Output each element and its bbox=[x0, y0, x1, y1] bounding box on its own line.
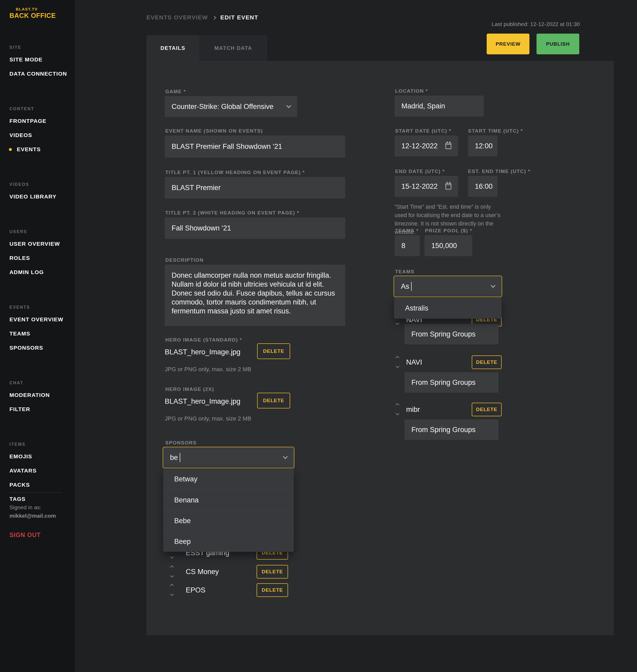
sidebar-section-content: CONTENT FRONTPAGE VIDEOS EVENTS bbox=[10, 107, 75, 157]
sidebar-section-users: USERS USER OVERVIEW ROLES ADMIN LOG bbox=[10, 229, 75, 279]
sidebar-item-user-overview[interactable]: USER OVERVIEW bbox=[10, 237, 75, 251]
start-date-value: 12-12-2022 bbox=[401, 142, 438, 150]
prize-pool-label: PRIZE POOL ($) * bbox=[425, 228, 472, 234]
start-time-value: 12:00 bbox=[475, 142, 493, 150]
description-textarea[interactable]: Donec ullamcorper nulla non metus auctor… bbox=[165, 265, 345, 326]
move-down-icon[interactable] bbox=[170, 555, 174, 559]
sidebar-item-video-library[interactable]: VIDEO LIBRARY bbox=[10, 190, 75, 204]
sidebar-item-frontpage[interactable]: FRONTPAGE bbox=[10, 114, 75, 128]
move-up-icon[interactable] bbox=[396, 403, 399, 407]
hero-standard-delete-button[interactable]: DELETE bbox=[257, 343, 290, 359]
teams-count-input[interactable]: 8 bbox=[395, 235, 420, 256]
sidebar-item-sponsors[interactable]: SPONSORS bbox=[10, 341, 75, 355]
sidebar-item-admin-log[interactable]: ADMIN LOG bbox=[10, 265, 75, 279]
sidebar-nav: SITE SITE MODE DATA CONNECTION CONTENT F… bbox=[10, 45, 75, 506]
preview-button[interactable]: PREVIEW bbox=[487, 34, 529, 54]
end-date-value: 15-12-2022 bbox=[401, 182, 438, 191]
sponsors-query: be bbox=[170, 454, 178, 462]
sidebar-item-roles[interactable]: ROLES bbox=[10, 251, 75, 265]
sidebar-item-filter[interactable]: FILTER bbox=[10, 402, 75, 416]
game-value: Counter-Strike: Global Offensive bbox=[171, 103, 273, 111]
hero-standard-note: JPG or PNG only, max. size 2 MB bbox=[165, 366, 251, 373]
teams-label: TEAMS bbox=[395, 269, 415, 275]
move-up-icon[interactable] bbox=[170, 565, 174, 569]
section-label-site: SITE bbox=[10, 45, 75, 50]
sidebar-footer: Signed in as: mikkel@mail.com SIGN OUT bbox=[10, 493, 65, 538]
hero-2x-delete-button[interactable]: DELETE bbox=[257, 393, 290, 408]
brand-line2: BACK OFFICE bbox=[10, 12, 75, 19]
teams-search-input[interactable]: As bbox=[394, 276, 502, 297]
move-down-icon[interactable] bbox=[396, 364, 399, 368]
sidebar-item-emojis[interactable]: EMOJIS bbox=[10, 449, 75, 464]
description-label: DESCRIPTION bbox=[165, 257, 204, 263]
team-row-delete-button[interactable]: DELETE bbox=[472, 403, 502, 416]
location-input[interactable]: Madrid, Spain bbox=[395, 95, 484, 117]
sidebar-item-videos[interactable]: VIDEOS bbox=[10, 128, 75, 142]
breadcrumb: EVENTS OVERVIEW EDIT EVENT bbox=[146, 14, 258, 21]
sponsor-option-benana[interactable]: Benana bbox=[163, 490, 294, 510]
sidebar-item-teams[interactable]: TEAMS bbox=[10, 326, 75, 341]
sponsor-option-beep[interactable]: Beep bbox=[163, 531, 294, 552]
game-select[interactable]: Counter-Strike: Global Offensive bbox=[165, 96, 297, 117]
event-name-input[interactable]: BLAST Premier Fall Showdown ‘21 bbox=[165, 136, 345, 158]
move-down-icon[interactable] bbox=[170, 574, 174, 578]
sponsor-row-delete-button[interactable]: DELETE bbox=[257, 583, 288, 597]
sponsor-row-delete-button[interactable]: DELETE bbox=[257, 565, 288, 579]
brand-logo: BLAST.TV BACK OFFICE bbox=[10, 7, 75, 19]
sidebar-item-data-connection[interactable]: DATA CONNECTION bbox=[10, 67, 75, 81]
sponsors-search-input[interactable]: be bbox=[163, 447, 294, 468]
end-time-value: 16:00 bbox=[475, 182, 493, 191]
sponsor-option-betway[interactable]: Betway bbox=[163, 469, 294, 490]
sidebar-item-event-overview[interactable]: EVENT OVERVIEW bbox=[10, 312, 75, 326]
team-row-delete-button[interactable]: DELETE bbox=[472, 355, 502, 369]
title1-label: TITLE PT. 1 (YELLOW HEADING ON EVENT PAG… bbox=[165, 170, 305, 175]
prize-pool-input[interactable]: 150,000 bbox=[424, 235, 472, 256]
start-date-input[interactable]: 12-12-2022 bbox=[395, 136, 458, 157]
hero-2x-label: HERO IMAGE (2X) bbox=[165, 386, 214, 392]
sidebar-item-moderation[interactable]: MODERATION bbox=[10, 388, 75, 402]
teams-count-value: 8 bbox=[401, 242, 405, 250]
end-date-input[interactable]: 15-12-2022 bbox=[395, 176, 458, 197]
team-option-astralis[interactable]: Astralis bbox=[394, 298, 502, 319]
breadcrumb-events-overview[interactable]: EVENTS OVERVIEW bbox=[146, 14, 208, 21]
sign-out-link[interactable]: SIGN OUT bbox=[10, 532, 65, 538]
team-group-select[interactable]: From Spring Groups bbox=[404, 372, 498, 393]
title2-value: Fall Showdown ‘21 bbox=[171, 224, 231, 232]
calendar-icon[interactable] bbox=[445, 183, 451, 190]
teams-dropdown: Astralis bbox=[394, 298, 502, 319]
move-down-icon[interactable] bbox=[396, 412, 399, 415]
end-date-label: END DATE (UTC) * bbox=[395, 169, 445, 174]
team-row-name: mibr bbox=[406, 403, 420, 416]
move-up-icon[interactable] bbox=[396, 356, 399, 360]
page-title: EDIT EVENT bbox=[220, 14, 258, 21]
publish-button[interactable]: PUBLISH bbox=[536, 34, 579, 54]
section-label-items: ITEMS bbox=[10, 442, 75, 447]
start-time-label: START TIME (UTC) * bbox=[468, 128, 523, 134]
move-down-icon[interactable] bbox=[396, 321, 399, 325]
sponsor-row-name: CS Money bbox=[186, 565, 219, 579]
end-time-input[interactable]: 16:00 bbox=[468, 176, 497, 197]
start-date-label: START DATE (UTC) * bbox=[395, 128, 451, 134]
chevron-down-icon bbox=[286, 103, 291, 108]
tab-details[interactable]: DETAILS bbox=[146, 35, 199, 61]
sidebar-item-avatars[interactable]: AVATARS bbox=[10, 464, 75, 478]
title2-input[interactable]: Fall Showdown ‘21 bbox=[165, 217, 345, 239]
tab-match-data[interactable]: MATCH DATA bbox=[199, 35, 267, 61]
sidebar-section-chat: CHAT MODERATION FILTER bbox=[10, 381, 75, 416]
section-label-chat: CHAT bbox=[10, 381, 75, 385]
sponsor-option-bebe[interactable]: Bebe bbox=[163, 510, 294, 531]
move-down-icon[interactable] bbox=[170, 592, 174, 596]
team-group-select[interactable]: From Spring Groups bbox=[404, 420, 498, 440]
active-dot-icon bbox=[9, 148, 12, 151]
sidebar-item-events[interactable]: EVENTS bbox=[10, 142, 75, 157]
chevron-right-icon bbox=[212, 16, 216, 20]
sidebar-item-site-mode[interactable]: SITE MODE bbox=[10, 53, 75, 67]
move-up-icon[interactable] bbox=[170, 584, 174, 587]
event-name-label: EVENT NAME (SHOWN ON EVENTS) bbox=[165, 128, 263, 134]
team-group-value: From Spring Groups bbox=[412, 330, 476, 338]
calendar-icon[interactable] bbox=[445, 143, 451, 149]
team-group-select[interactable]: From Spring Groups bbox=[404, 324, 498, 344]
title1-input[interactable]: BLAST Premier bbox=[165, 177, 345, 198]
start-time-input[interactable]: 12:00 bbox=[468, 136, 497, 157]
sidebar-item-packs[interactable]: PACKS bbox=[10, 478, 75, 492]
